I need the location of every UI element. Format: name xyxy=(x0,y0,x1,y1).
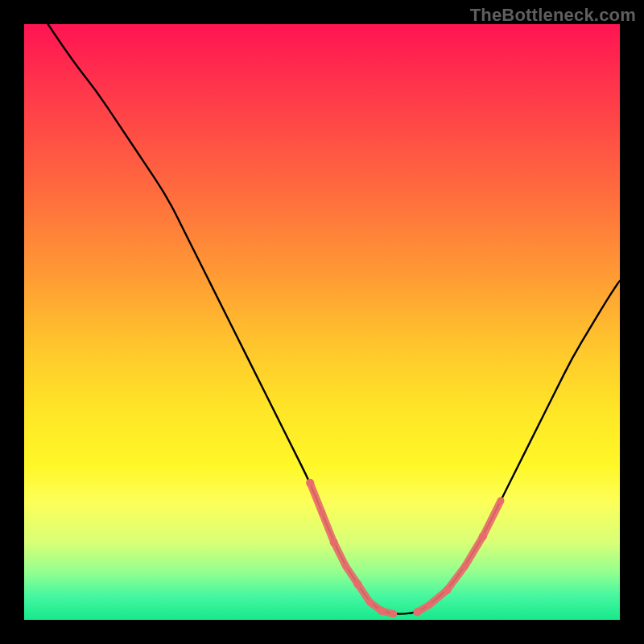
highlight-segment-1 xyxy=(417,501,501,612)
highlight-dot xyxy=(366,599,373,605)
highlight-dot xyxy=(426,601,432,608)
highlight-dot xyxy=(378,607,386,615)
highlight-dot xyxy=(319,510,325,516)
highlight-dot xyxy=(497,497,504,504)
highlight-segment-0 xyxy=(310,483,394,614)
highlight-dot xyxy=(479,532,487,540)
plot-area xyxy=(24,24,620,620)
chart-stage: TheBottleneck.com xyxy=(0,0,644,644)
watermark-text: TheBottleneck.com xyxy=(470,5,636,26)
highlight-dot xyxy=(343,563,349,569)
highlight-dot xyxy=(390,611,397,617)
highlight-dot xyxy=(330,539,338,547)
highlight-dot xyxy=(443,586,451,594)
chart-svg xyxy=(24,24,620,620)
highlight-dot xyxy=(353,580,361,588)
highlight-dot xyxy=(306,479,314,487)
highlight-dot xyxy=(413,608,421,616)
bottleneck-curve xyxy=(48,24,620,614)
highlight-dot xyxy=(462,563,469,569)
